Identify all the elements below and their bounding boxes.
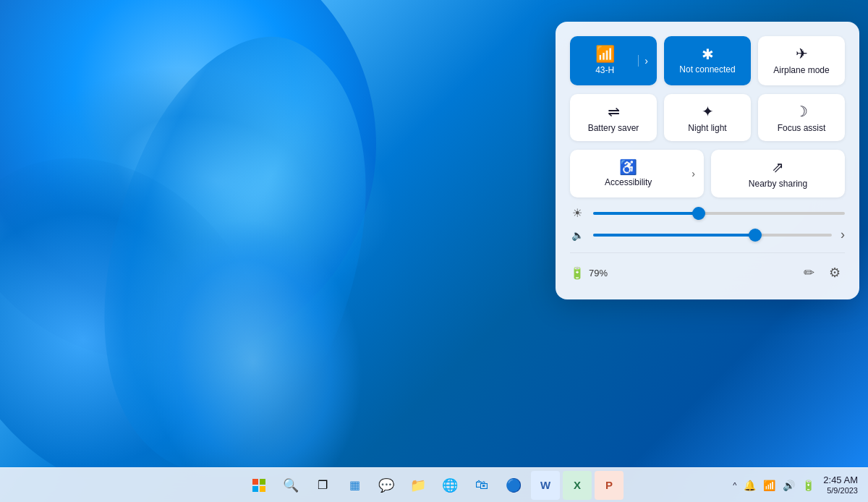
taskbar-center: 🔍 ❐ ▦ 💬 📁 🌐 🛍 🔵 W X P: [244, 471, 624, 500]
volume-thumb[interactable]: [749, 229, 762, 242]
wifi-icon: 📶: [595, 46, 615, 62]
file-explorer-button[interactable]: 📁: [404, 471, 433, 500]
brightness-slider-row: ☀: [570, 206, 845, 220]
widgets-button[interactable]: ▦: [340, 471, 369, 500]
volume-slider-track[interactable]: [593, 234, 832, 237]
battery-saver-label: Battery saver: [588, 123, 639, 133]
tray-battery-icon[interactable]: 🔋: [799, 477, 817, 494]
wifi-label: 43-H: [595, 65, 614, 75]
focus-assist-icon: ☽: [795, 104, 808, 119]
battery-percentage: 79%: [589, 268, 608, 278]
nearby-sharing-toggle[interactable]: ⇗ Nearby sharing: [711, 150, 845, 197]
toggles-row-3: ♿ Accessibility › ⇗ Nearby sharing: [570, 150, 845, 197]
nearby-sharing-label: Nearby sharing: [749, 179, 807, 189]
edge-button[interactable]: 🌐: [435, 471, 464, 500]
bluetooth-toggle-inner: ✱ Not connected: [673, 47, 742, 75]
toggles-row-2: ⇋ Battery saver ✦ Night light ☽ Focus as…: [570, 94, 845, 140]
airplane-toggle[interactable]: ✈ Airplane mode: [758, 36, 845, 85]
panel-actions: ✏ ⚙: [799, 260, 845, 285]
wifi-toggle[interactable]: 📶 43-H ›: [570, 36, 657, 85]
bluetooth-label: Not connected: [679, 64, 735, 75]
accessibility-toggle-inner: ♿ Accessibility: [579, 160, 678, 187]
night-light-label: Night light: [688, 123, 726, 133]
desktop: 📶 43-H › ✱ Not connected ✈ Airplane mode: [0, 0, 868, 502]
brightness-min-icon: ☀: [570, 206, 584, 220]
tray-chevron-icon[interactable]: ^: [730, 478, 739, 493]
svg-rect-1: [260, 479, 265, 485]
time-date-block[interactable]: 2:45 AM 5/9/2023: [819, 473, 862, 497]
powerpoint-button[interactable]: P: [595, 471, 624, 500]
teams-button[interactable]: 💬: [372, 471, 401, 500]
wallpaper: [0, 0, 542, 477]
settings-button[interactable]: ⚙: [825, 260, 845, 285]
bluetooth-toggle[interactable]: ✱ Not connected: [664, 36, 751, 85]
volume-fill: [593, 234, 755, 237]
volume-chevron-icon[interactable]: ›: [841, 227, 845, 242]
wifi-toggle-inner: 📶 43-H: [579, 46, 631, 75]
store-button[interactable]: 🛍: [467, 471, 496, 500]
word-button[interactable]: W: [531, 471, 560, 500]
svg-rect-3: [260, 486, 265, 492]
nearby-sharing-icon: ⇗: [772, 160, 784, 174]
accessibility-chevron-icon: ›: [685, 168, 695, 179]
excel-button[interactable]: X: [563, 471, 592, 500]
search-button[interactable]: 🔍: [276, 471, 305, 500]
volume-min-icon: 🔈: [570, 229, 584, 241]
chrome-button[interactable]: 🔵: [499, 471, 528, 500]
brightness-fill: [593, 212, 699, 215]
tray-wifi-icon[interactable]: 📶: [760, 477, 778, 494]
battery-row: 🔋 79%: [570, 266, 608, 280]
accessibility-toggle[interactable]: ♿ Accessibility ›: [570, 150, 704, 197]
start-button[interactable]: [244, 471, 273, 500]
svg-rect-0: [252, 479, 258, 485]
volume-slider-row: 🔈 ›: [570, 227, 845, 242]
night-light-icon: ✦: [702, 104, 714, 119]
wifi-chevron-icon: ›: [638, 55, 648, 67]
accessibility-label: Accessibility: [605, 177, 652, 187]
focus-assist-label: Focus assist: [778, 123, 826, 133]
toggles-row-1: 📶 43-H › ✱ Not connected ✈ Airplane mode: [570, 36, 845, 85]
taskbar: 🔍 ❐ ▦ 💬 📁 🌐 🛍 🔵 W X P ^ 🔔 📶 🔊 🔋 2:45 AM …: [0, 467, 868, 502]
brightness-slider-track[interactable]: [593, 212, 845, 215]
airplane-label: Airplane mode: [773, 65, 829, 75]
bluetooth-icon: ✱: [702, 47, 714, 61]
brightness-thumb[interactable]: [692, 207, 705, 220]
clock-date: 5/9/2023: [823, 486, 858, 495]
night-light-toggle[interactable]: ✦ Night light: [664, 94, 751, 140]
task-view-button[interactable]: ❐: [308, 471, 337, 500]
clock-time: 2:45 AM: [823, 475, 858, 486]
taskbar-right: ^ 🔔 📶 🔊 🔋 2:45 AM 5/9/2023: [730, 473, 862, 497]
battery-status-icon: 🔋: [570, 266, 584, 280]
tray-notification-icon[interactable]: 🔔: [741, 477, 759, 494]
edit-button[interactable]: ✏: [799, 260, 819, 285]
accessibility-icon: ♿: [619, 160, 637, 174]
airplane-icon: ✈: [796, 46, 808, 61]
quick-settings-panel: 📶 43-H › ✱ Not connected ✈ Airplane mode: [556, 22, 859, 299]
svg-rect-2: [252, 486, 258, 492]
battery-saver-toggle[interactable]: ⇋ Battery saver: [570, 94, 657, 140]
battery-saver-icon: ⇋: [608, 104, 620, 119]
focus-assist-toggle[interactable]: ☽ Focus assist: [758, 94, 845, 140]
panel-bottom: 🔋 79% ✏ ⚙: [570, 252, 845, 285]
tray-volume-icon[interactable]: 🔊: [780, 477, 798, 494]
